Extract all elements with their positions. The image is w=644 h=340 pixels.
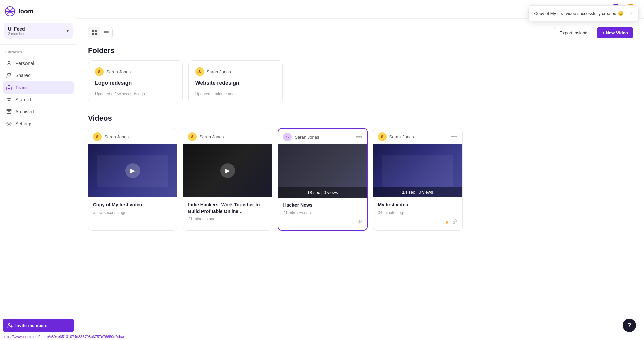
video-action-icons: ☆ [350, 219, 362, 226]
toast-close-button[interactable]: × [630, 10, 633, 16]
play-icon: ▶ [220, 163, 235, 178]
video-thumbnail: 18 sec | 0 views [278, 144, 367, 198]
owner-initial: S [198, 70, 201, 74]
sidebar-item-personal[interactable]: Personal [3, 57, 74, 69]
video-card-footer: My first video 34 minutes ago [373, 197, 462, 219]
video-card-footer: Copy of My first video a few seconds ago [88, 197, 177, 219]
logo-area: loom [4, 5, 73, 17]
sidebar-item-settings[interactable]: Settings [3, 118, 74, 130]
team-icon [6, 84, 12, 91]
list-view-button[interactable] [100, 27, 112, 38]
help-label: ? [628, 322, 631, 329]
svg-rect-25 [92, 33, 94, 35]
video-duration-views: 18 sec | 0 views [278, 187, 367, 198]
video-action-icons: ★ [445, 219, 458, 226]
sidebar-header: loom UI Feed 2 members ▾ [0, 0, 77, 45]
owner-avatar: S [195, 67, 204, 76]
more-options-button[interactable]: ••• [451, 133, 458, 140]
loom-wordmark: loom [19, 8, 33, 15]
help-button[interactable]: ? [623, 319, 636, 332]
grid-view-button[interactable] [88, 27, 100, 38]
settings-icon [6, 121, 12, 127]
loom-logo [4, 5, 16, 17]
chevron-down-icon: ▾ [67, 29, 69, 33]
sidebar-item-shared-label: Shared [15, 73, 31, 78]
owner-name: Sarah Jonas [199, 134, 224, 139]
link-button[interactable] [452, 219, 458, 226]
starred-icon [6, 97, 12, 103]
video-thumbnail: ▶ [183, 144, 272, 197]
view-toggle [88, 27, 113, 38]
video-time: 21 minutes ago [283, 211, 362, 215]
owner-name: Sarah Jonas [104, 134, 129, 139]
folder-updated: Updated a few seconds ago [95, 92, 176, 96]
sidebar-item-starred[interactable]: Starred [3, 94, 74, 106]
star-button[interactable]: ☆ [350, 219, 354, 226]
shared-icon [6, 72, 12, 78]
video-card[interactable]: S Sarah Jonas ▶ Indie Hackers: Work Toge… [183, 128, 272, 231]
video-card-actions: ☆ [278, 219, 367, 230]
video-owner: S Sarah Jonas [93, 132, 129, 141]
owner-avatar: S [188, 132, 197, 141]
owner-avatar: S [95, 67, 104, 76]
sidebar-nav: Personal Shared Team Starred Archived [0, 56, 77, 131]
video-title: Copy of My first video [93, 202, 172, 208]
link-button[interactable] [357, 219, 362, 226]
invite-members-button[interactable]: Invite members [3, 319, 74, 332]
play-icon: ▶ [125, 163, 140, 178]
folder-updated: Updated a minute ago [195, 92, 276, 96]
export-insights-button[interactable]: Export Insights [554, 27, 594, 38]
svg-rect-15 [8, 88, 10, 89]
archived-icon [6, 109, 12, 115]
workspace-selector[interactable]: UI Feed 2 members ▾ [4, 23, 73, 39]
folder-name: Logo redesign [95, 80, 176, 86]
video-card-footer: Hacker News 21 minutes ago [278, 198, 367, 219]
svg-point-17 [8, 123, 10, 125]
svg-point-13 [9, 74, 11, 75]
sidebar-item-team-label: Team [15, 85, 27, 90]
sidebar-item-shared[interactable]: Shared [3, 69, 74, 81]
video-time: 34 minutes ago [378, 210, 458, 215]
video-card-header: S Sarah Jonas ••• [278, 129, 367, 144]
video-title: My first video [378, 202, 458, 208]
video-card-actions: ★ [373, 219, 462, 230]
toast-message: Copy of My first video successfully crea… [534, 11, 623, 16]
video-thumbnail: ▶ [88, 144, 177, 197]
video-time: a few seconds ago [93, 210, 172, 215]
statusbar-url: https://www.loom.com/share/c804e65131074… [3, 335, 132, 339]
sidebar-item-team[interactable]: Team [3, 81, 74, 94]
video-owner: S Sarah Jonas [188, 132, 224, 141]
video-card[interactable]: S Sarah Jonas ••• 14 sec | 0 views My fi… [373, 128, 463, 231]
video-thumbnail: 14 sec | 0 views [373, 144, 462, 197]
video-owner: S Sarah Jonas [283, 133, 319, 141]
svg-point-11 [8, 61, 10, 63]
videos-section-title: Videos [88, 114, 633, 123]
folders-grid: S Sarah Jonas Logo redesign Updated a fe… [88, 60, 383, 103]
video-time: 21 minutes ago [188, 217, 267, 221]
grid-icon [92, 30, 97, 35]
folder-card[interactable]: S Sarah Jonas Website redesign Updated a… [188, 60, 283, 103]
folder-owner: S Sarah Jonas [195, 67, 276, 76]
libraries-label: Libraries [0, 45, 77, 56]
video-duration-views: 14 sec | 0 views [373, 187, 462, 197]
video-title: Indie Hackers: Work Together to Build Pr… [188, 202, 267, 215]
sidebar-item-archived[interactable]: Archived [3, 106, 74, 118]
list-icon [104, 30, 109, 35]
invite-members-label: Invite members [15, 323, 47, 328]
new-video-button[interactable]: + New Video [597, 27, 633, 38]
owner-avatar: S [378, 132, 387, 141]
statusbar: https://www.loom.com/share/c804e65131074… [0, 333, 644, 340]
folders-section-title: Folders [88, 46, 633, 55]
video-card-header: S Sarah Jonas [183, 128, 272, 144]
more-options-button[interactable]: ••• [356, 134, 362, 141]
owner-name: Sarah Jonas [389, 134, 414, 139]
video-card[interactable]: S Sarah Jonas ▶ Copy of My first video a… [88, 128, 177, 231]
folder-card[interactable]: S Sarah Jonas Logo redesign Updated a fe… [88, 60, 183, 103]
sidebar: loom UI Feed 2 members ▾ Libraries Perso… [0, 0, 77, 340]
star-button[interactable]: ★ [445, 219, 449, 225]
videos-grid: S Sarah Jonas ▶ Copy of My first video a… [88, 128, 557, 231]
video-card-highlighted[interactable]: S Sarah Jonas ••• 18 sec | 0 views Hacke… [278, 128, 367, 231]
workspace-members: 2 members [8, 32, 26, 36]
video-owner: S Sarah Jonas [378, 132, 414, 141]
owner-name: Sarah Jonas [207, 69, 231, 74]
